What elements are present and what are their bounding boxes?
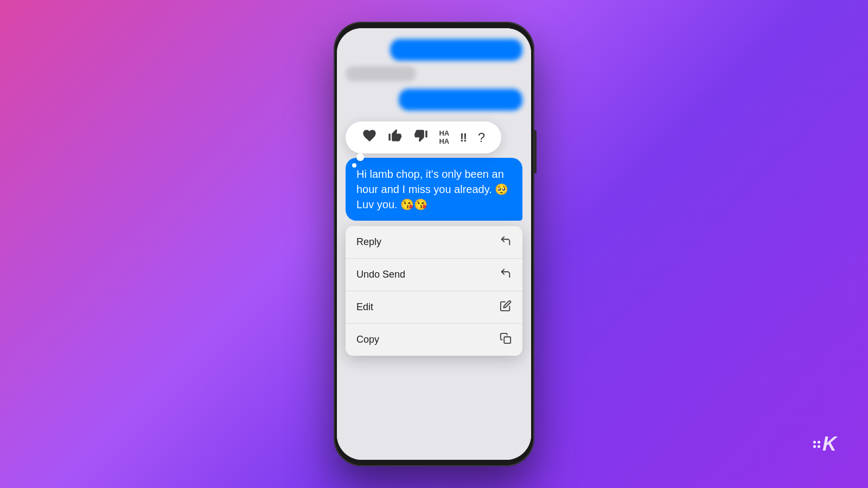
heart-reaction[interactable] (362, 128, 377, 147)
context-menu: Reply Undo Send (346, 226, 522, 356)
watermark: K (813, 433, 835, 455)
main-message-bubble: Hi lamb chop, it's only been an hour and… (346, 158, 522, 221)
phone-container: HAHA ‼ ? Hi lamb chop, it's only been an… (334, 22, 534, 466)
main-message-text: Hi lamb chop, it's only been an hour and… (356, 168, 508, 210)
watermark-text: K (822, 433, 835, 455)
watermark-dot-3 (813, 445, 816, 448)
phone-frame: HAHA ‼ ? Hi lamb chop, it's only been an… (334, 22, 534, 466)
screen-content: HAHA ‼ ? Hi lamb chop, it's only been an… (337, 28, 531, 460)
thumbs-up-reaction[interactable] (387, 128, 403, 147)
reply-icon (500, 235, 512, 249)
undo-send-icon (500, 267, 512, 282)
blurred-message-1 (390, 39, 523, 61)
blurred-message-3 (399, 89, 522, 111)
undo-send-menu-item[interactable]: Undo Send (346, 259, 522, 291)
reply-label: Reply (356, 236, 381, 248)
watermark-dots (813, 441, 820, 448)
svg-rect-0 (504, 337, 510, 343)
edit-label: Edit (356, 301, 373, 313)
side-button (534, 130, 537, 174)
exclaim-reaction[interactable]: ‼ (460, 131, 467, 145)
blurred-message-2 (346, 66, 416, 81)
undo-send-label: Undo Send (356, 269, 405, 280)
watermark-dot-4 (818, 445, 820, 448)
thumbs-down-reaction[interactable] (413, 128, 429, 147)
reply-menu-item[interactable]: Reply (346, 226, 522, 259)
reaction-bar: HAHA ‼ ? (346, 121, 501, 153)
copy-menu-item[interactable]: Copy (346, 324, 522, 356)
question-reaction[interactable]: ? (478, 130, 485, 145)
reaction-area: HAHA ‼ ? (346, 121, 522, 153)
haha-reaction[interactable]: HAHA (439, 130, 449, 145)
copy-icon (500, 332, 512, 347)
edit-icon (500, 300, 512, 314)
watermark-dot-1 (813, 441, 816, 444)
copy-label: Copy (356, 334, 379, 345)
phone-screen: HAHA ‼ ? Hi lamb chop, it's only been an… (337, 28, 531, 460)
watermark-dot-2 (818, 441, 820, 444)
edit-menu-item[interactable]: Edit (346, 291, 522, 324)
messages-top (337, 28, 531, 116)
